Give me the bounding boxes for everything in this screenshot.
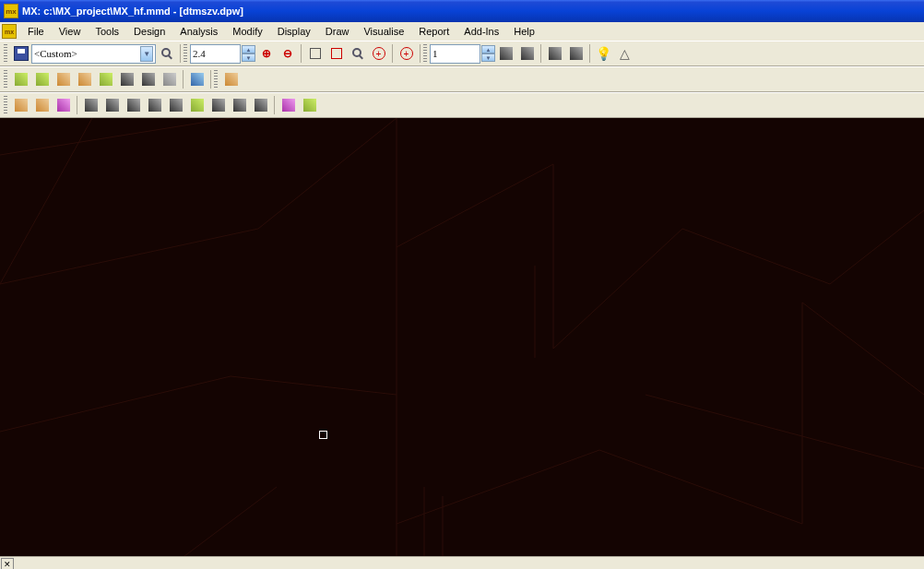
separator	[301, 44, 302, 63]
draw-btn-10[interactable]	[207, 95, 229, 115]
tool-icon	[57, 99, 70, 112]
zoom-previous-button[interactable]	[347, 43, 368, 64]
tool-icon	[100, 73, 113, 86]
view3d-icon	[500, 47, 513, 60]
tool-btn-5[interactable]	[95, 69, 116, 89]
warning-icon: △	[620, 46, 630, 61]
tool-icon	[142, 73, 155, 86]
svg-line-3	[258, 118, 397, 229]
layers-icon	[570, 47, 583, 60]
zoom-spinner[interactable]: ▲▼	[242, 45, 255, 62]
save-button[interactable]	[10, 43, 31, 64]
grip[interactable]	[4, 70, 7, 89]
tool-icon	[121, 73, 134, 86]
scale-spinner[interactable]: ▲▼	[481, 45, 495, 62]
draw-btn-5[interactable]	[101, 95, 123, 115]
tool-icon	[36, 73, 49, 86]
menu-help[interactable]: Help	[506, 24, 542, 39]
tool-btn-10[interactable]	[220, 69, 242, 89]
dropdown-icon[interactable]: ▼	[140, 46, 153, 62]
zoom-in-button[interactable]: ⊕	[255, 43, 277, 64]
spin-up-icon[interactable]: ▲	[242, 45, 255, 53]
menu-design[interactable]: Design	[126, 24, 172, 39]
scale-value-input[interactable]	[432, 48, 478, 59]
menu-report[interactable]: Report	[411, 24, 456, 39]
draw-btn-3[interactable]	[53, 95, 74, 115]
grip[interactable]	[4, 44, 7, 63]
tool-btn-1[interactable]	[10, 69, 31, 89]
zoom-input[interactable]	[190, 44, 241, 64]
tool-icon	[148, 99, 161, 112]
warning-button[interactable]: △	[614, 43, 635, 64]
draw-btn-13[interactable]	[278, 95, 299, 115]
spin-down-icon[interactable]: ▼	[481, 53, 495, 62]
svg-line-1	[0, 118, 92, 284]
draw-btn-12[interactable]	[250, 95, 271, 115]
svg-line-16	[802, 302, 924, 395]
draw-btn-7[interactable]	[144, 95, 165, 115]
tool-btn-8[interactable]	[159, 69, 180, 89]
refresh-icon	[521, 47, 534, 60]
scale-input[interactable]	[430, 44, 480, 64]
cube-button[interactable]	[544, 43, 565, 64]
menu-display[interactable]: Display	[270, 24, 318, 39]
svg-line-11	[231, 376, 397, 395]
tool-btn-3[interactable]	[53, 69, 74, 89]
grip[interactable]	[4, 96, 7, 114]
mesh-overlay	[0, 118, 924, 556]
spin-up-icon[interactable]: ▲	[481, 45, 495, 53]
draw-btn-11[interactable]	[229, 95, 250, 115]
layers-button[interactable]	[565, 43, 586, 64]
menu-view[interactable]: View	[52, 24, 89, 39]
menu-addins[interactable]: Add-Ins	[456, 24, 506, 39]
tool-icon	[255, 99, 267, 112]
menu-visualise[interactable]: Visualise	[356, 24, 411, 39]
app-icon-small: mx	[2, 24, 17, 39]
menu-tools[interactable]: Tools	[88, 24, 126, 39]
menu-analysis[interactable]: Analysis	[172, 24, 225, 39]
svg-line-9	[830, 210, 924, 284]
grip[interactable]	[214, 70, 218, 89]
zoom-value-input[interactable]	[193, 48, 238, 59]
draw-btn-1[interactable]	[10, 95, 31, 115]
tool-btn-2[interactable]	[31, 69, 53, 89]
toolbar-main: ▼ ▲▼ ⊕ ⊖ ▲▼ 💡 △	[0, 41, 924, 66]
menu-file[interactable]: File	[20, 24, 52, 39]
menu-bar: mx File View Tools Design Analysis Modif…	[0, 22, 924, 41]
center-button[interactable]	[396, 43, 417, 64]
menu-modify[interactable]: Modify	[225, 24, 269, 39]
svg-line-20	[184, 487, 277, 556]
spin-down-icon[interactable]: ▼	[242, 53, 255, 62]
tool-icon	[127, 99, 140, 112]
tool-icon	[15, 73, 28, 86]
grip[interactable]	[184, 44, 187, 63]
tool-icon	[85, 99, 98, 112]
draw-btn-6[interactable]	[123, 95, 144, 115]
draw-btn-2[interactable]	[31, 95, 53, 115]
tool-btn-7[interactable]	[137, 69, 159, 89]
drawing-viewport[interactable]	[0, 118, 924, 556]
layer-combo-input[interactable]	[34, 48, 140, 59]
zoom-out-button[interactable]: ⊖	[277, 43, 298, 64]
tool-btn-9[interactable]	[186, 69, 207, 89]
close-panel-button[interactable]: ✕	[1, 558, 14, 570]
menu-draw[interactable]: Draw	[318, 24, 357, 39]
lightbulb-button[interactable]: 💡	[593, 43, 614, 64]
draw-btn-8[interactable]	[165, 95, 186, 115]
tool-btn-6[interactable]	[116, 69, 137, 89]
zoom-extents-button[interactable]	[326, 43, 347, 64]
separator	[77, 96, 77, 114]
view3d-button[interactable]	[495, 43, 516, 64]
svg-line-8	[682, 229, 830, 284]
layer-combo[interactable]: ▼	[31, 44, 156, 64]
tool-btn-4[interactable]	[74, 69, 95, 89]
find-button[interactable]	[156, 43, 177, 64]
draw-btn-4[interactable]	[80, 95, 101, 115]
zoom-window-button[interactable]	[304, 43, 326, 64]
draw-btn-14[interactable]	[299, 95, 320, 115]
grip[interactable]	[423, 44, 427, 63]
pan-button[interactable]	[368, 43, 389, 64]
draw-btn-9[interactable]	[186, 95, 207, 115]
flag-icon	[225, 73, 238, 86]
refresh-button[interactable]	[516, 43, 538, 64]
